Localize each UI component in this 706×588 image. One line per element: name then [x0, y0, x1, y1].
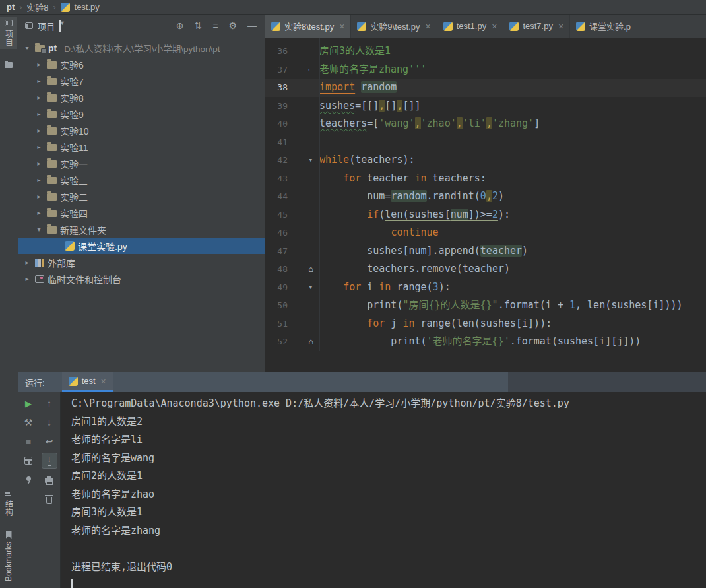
tree-item[interactable]: ▸临时文件和控制台	[18, 271, 265, 287]
code-text: import random	[319, 79, 397, 97]
layout-button[interactable]	[20, 453, 36, 469]
project-view-icon	[25, 22, 33, 29]
run-tab[interactable]: test ×	[62, 372, 113, 392]
trash-button[interactable]	[42, 491, 57, 507]
code-line: 36房间3的人数是1	[265, 42, 706, 61]
tree-item[interactable]: ▸实验四	[18, 205, 265, 221]
tab-close-icon[interactable]: ×	[425, 21, 430, 32]
tree-item[interactable]: ▸实验8	[18, 89, 265, 106]
console-line: 老师的名字是zhang	[71, 522, 706, 540]
gear-icon[interactable]: ⚙	[228, 20, 237, 31]
chevron-icon[interactable]: ▸	[22, 259, 32, 266]
code-line: 38import random	[265, 79, 706, 97]
breadcrumb-item-folder[interactable]: 实验8	[26, 1, 48, 13]
tree-item[interactable]: 课堂实验.py	[18, 238, 265, 254]
code-line: 47 sushes[num].append(teacher)	[265, 242, 706, 261]
chevron-icon[interactable]: ▾	[22, 44, 32, 51]
editor-tab[interactable]: 实验8\test.py×	[265, 15, 351, 38]
tool-window-stripe: 项目 结构 Bookmarks	[0, 15, 18, 588]
fold-marker-icon[interactable]: ▾	[308, 151, 313, 170]
down-button[interactable]: ↓	[42, 414, 57, 430]
tab-close-icon[interactable]: ×	[339, 21, 344, 32]
breadcrumb-item-root[interactable]: pt	[7, 2, 15, 12]
soft-wrap-button[interactable]: ↩	[42, 434, 57, 449]
run-tab-label: test	[82, 376, 96, 386]
editor-tab[interactable]: 实验9\test.py×	[351, 15, 437, 38]
tree-item-label: 实验四	[60, 207, 88, 220]
chevron-icon[interactable]: ▸	[34, 77, 44, 84]
folder-icon	[47, 177, 57, 184]
chevron-icon[interactable]: ▸	[34, 209, 44, 216]
console-output[interactable]: C:\ProgramData\Anaconda3\python.exe D:/私…	[61, 392, 706, 588]
tab-close-icon[interactable]: ×	[492, 21, 497, 32]
tree-item[interactable]: ▾ptD:\私人资料\本人\学习\小学期\python\pt	[18, 40, 265, 56]
tree-item[interactable]: ▸实验7	[18, 73, 265, 89]
wrench-button[interactable]: ⚒	[20, 414, 36, 430]
editor-tab[interactable]: 课堂实验.p	[570, 15, 637, 38]
chevron-icon[interactable]: ▸	[34, 160, 44, 167]
breadcrumb: pt › 实验8 › test.py	[0, 0, 706, 15]
tree-item-label: 实验8	[60, 91, 84, 104]
gutter-cell	[288, 42, 319, 61]
fold-marker-icon[interactable]: ▾	[308, 278, 313, 297]
tree-item-label: 实验三	[60, 174, 88, 187]
code-line: 49▾ for i in range(3):	[265, 278, 706, 297]
chevron-icon[interactable]: ▸	[34, 94, 44, 101]
tree-item[interactable]: ▸实验二	[18, 188, 265, 205]
chevron-icon[interactable]: ▸	[22, 275, 32, 282]
chevron-icon[interactable]: ▸	[34, 176, 44, 183]
run-label: 运行:	[25, 376, 45, 389]
project-panel-title[interactable]: 项目	[38, 20, 55, 32]
chevron-icon[interactable]: ▸	[34, 193, 44, 200]
up-button[interactable]: ↑	[42, 395, 57, 411]
python-file-icon	[443, 22, 453, 31]
line-number: 38	[268, 79, 288, 97]
tree-item[interactable]: ▸实验一	[18, 155, 265, 172]
chevron-icon[interactable]: ▾	[34, 226, 44, 233]
run-panel-header: 运行: test ×	[18, 372, 706, 392]
hide-panel-icon[interactable]: —	[247, 20, 257, 31]
view-options-icon[interactable]: ≡	[212, 20, 218, 31]
structure-tool-button[interactable]: 结构	[0, 487, 17, 519]
tree-item[interactable]: ▸实验6	[18, 56, 265, 73]
breadcrumb-item-file[interactable]: test.py	[75, 2, 100, 12]
bookmarks-tool-button[interactable]: Bookmarks	[0, 529, 17, 584]
gutter-cell	[288, 206, 319, 224]
tree-item[interactable]: ▸实验三	[18, 172, 265, 188]
folder-icon	[47, 160, 57, 168]
editor-tab[interactable]: test7.py×	[503, 15, 570, 38]
scroll-end-button[interactable]: ↓	[42, 453, 57, 469]
line-number: 44	[268, 187, 288, 206]
console-line: 房间1的人数是2	[71, 413, 706, 432]
console-line: 老师的名字是zhao	[71, 486, 706, 504]
locate-file-icon[interactable]: ⊕	[176, 20, 184, 31]
tab-label: test1.py	[457, 21, 487, 31]
editor: 实验8\test.py×实验9\test.py×test1.py×test7.p…	[265, 15, 706, 372]
fold-marker-icon[interactable]: ⌐	[308, 61, 313, 79]
print-icon	[45, 478, 53, 483]
console-line	[71, 540, 706, 558]
folder-tool-button[interactable]	[0, 57, 17, 71]
tree-item[interactable]: ▸实验11	[18, 139, 265, 155]
run-button[interactable]: ▶	[20, 395, 36, 411]
console-line: 房间3的人数是1	[71, 504, 706, 522]
chevron-icon[interactable]: ▸	[34, 110, 44, 117]
tree-item[interactable]: ▸实验10	[18, 122, 265, 139]
print-button[interactable]	[42, 472, 57, 488]
tree-item[interactable]: ▸外部库	[18, 254, 265, 271]
tab-close-icon[interactable]: ×	[558, 21, 563, 32]
project-panel: 项目 ▼ ⊕ ⇅ ≡ ⚙ — ▾ptD:\私人资料\本人\学习\小学期\pyth…	[18, 15, 265, 372]
project-tool-button[interactable]: 项目	[0, 17, 17, 49]
collapse-all-icon[interactable]: ⇅	[195, 20, 203, 31]
tab-close-icon[interactable]: ×	[101, 376, 106, 387]
chevron-icon[interactable]: ▸	[34, 61, 44, 68]
stop-button[interactable]: ■	[20, 434, 36, 449]
editor-area[interactable]: 36房间3的人数是137⌐老师的名字是zhang'''38import rand…	[265, 38, 706, 351]
chevron-icon[interactable]: ▸	[34, 143, 44, 150]
pin-button[interactable]	[20, 472, 36, 488]
tree-item[interactable]: ▸实验9	[18, 106, 265, 122]
editor-tab[interactable]: test1.py×	[437, 15, 504, 38]
chevron-down-icon[interactable]: ▼	[59, 20, 61, 32]
tree-item[interactable]: ▾新建文件夹	[18, 221, 265, 238]
chevron-icon[interactable]: ▸	[34, 127, 44, 134]
